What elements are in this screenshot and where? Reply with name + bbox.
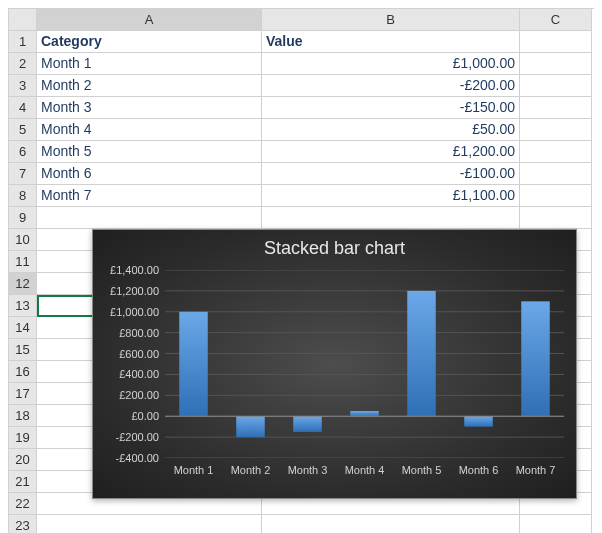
row-header[interactable]: 20 <box>9 449 37 471</box>
cell[interactable]: Category <box>37 31 262 53</box>
row-header[interactable]: 3 <box>9 75 37 97</box>
cell[interactable]: £1,100.00 <box>262 185 520 207</box>
row-header[interactable]: 1 <box>9 31 37 53</box>
y-tick-label: £0.00 <box>131 410 159 422</box>
cell[interactable]: Month 1 <box>37 53 262 75</box>
col-header-B[interactable]: B <box>262 9 520 31</box>
x-tick-label: Month 1 <box>165 458 222 484</box>
row-header[interactable]: 11 <box>9 251 37 273</box>
row-header[interactable]: 7 <box>9 163 37 185</box>
cell[interactable]: -£200.00 <box>262 75 520 97</box>
y-tick-label: -£200.00 <box>116 431 159 443</box>
cell[interactable]: Month 6 <box>37 163 262 185</box>
cell[interactable] <box>520 119 592 141</box>
cell[interactable]: Month 2 <box>37 75 262 97</box>
cell[interactable]: £50.00 <box>262 119 520 141</box>
cell[interactable] <box>520 185 592 207</box>
cell[interactable] <box>262 207 520 229</box>
cell[interactable] <box>37 207 262 229</box>
cell[interactable]: £1,200.00 <box>262 141 520 163</box>
row-header[interactable]: 4 <box>9 97 37 119</box>
cell[interactable] <box>520 163 592 185</box>
cell[interactable] <box>520 31 592 53</box>
row-header[interactable]: 5 <box>9 119 37 141</box>
row-header[interactable]: 17 <box>9 383 37 405</box>
chart-bar <box>521 301 550 416</box>
embedded-chart[interactable]: Stacked bar chart £1,400.00£1,200.00£1,0… <box>92 229 577 499</box>
row-header[interactable]: 23 <box>9 515 37 533</box>
chart-y-axis: £1,400.00£1,200.00£1,000.00£800.00£600.0… <box>93 270 163 458</box>
x-tick-label: Month 6 <box>450 458 507 484</box>
cell[interactable]: Month 5 <box>37 141 262 163</box>
y-tick-label: £200.00 <box>119 389 159 401</box>
chart-bar <box>293 416 322 432</box>
x-tick-label: Month 4 <box>336 458 393 484</box>
x-tick-label: Month 7 <box>507 458 564 484</box>
y-tick-label: £800.00 <box>119 327 159 339</box>
cell[interactable]: Value <box>262 31 520 53</box>
row-header[interactable]: 10 <box>9 229 37 251</box>
cell[interactable] <box>520 141 592 163</box>
chart-plot-area <box>165 270 564 458</box>
row-header[interactable]: 22 <box>9 493 37 515</box>
y-tick-label: £1,200.00 <box>110 285 159 297</box>
row-header[interactable]: 15 <box>9 339 37 361</box>
row-header[interactable]: 14 <box>9 317 37 339</box>
y-tick-label: £400.00 <box>119 368 159 380</box>
cell[interactable]: Month 4 <box>37 119 262 141</box>
chart-bar <box>407 291 436 416</box>
cell[interactable] <box>520 515 592 533</box>
row-header[interactable]: 18 <box>9 405 37 427</box>
row-header[interactable]: 2 <box>9 53 37 75</box>
x-tick-label: Month 2 <box>222 458 279 484</box>
x-tick-label: Month 5 <box>393 458 450 484</box>
row-header[interactable]: 21 <box>9 471 37 493</box>
cell[interactable] <box>37 515 262 533</box>
chart-bar <box>179 312 208 416</box>
cell[interactable]: £1,000.00 <box>262 53 520 75</box>
chart-bar <box>464 416 493 426</box>
cell[interactable]: Month 3 <box>37 97 262 119</box>
row-header[interactable]: 9 <box>9 207 37 229</box>
col-header-C[interactable]: C <box>520 9 592 31</box>
col-header-A[interactable]: A <box>37 9 262 31</box>
cell[interactable] <box>520 97 592 119</box>
y-tick-label: -£400.00 <box>116 452 159 464</box>
cell[interactable]: -£100.00 <box>262 163 520 185</box>
chart-bar <box>236 416 265 437</box>
x-tick-label: Month 3 <box>279 458 336 484</box>
row-header[interactable]: 8 <box>9 185 37 207</box>
select-all-corner[interactable] <box>9 9 37 31</box>
cell[interactable] <box>262 515 520 533</box>
row-header[interactable]: 6 <box>9 141 37 163</box>
y-tick-label: £600.00 <box>119 348 159 360</box>
y-tick-label: £1,000.00 <box>110 306 159 318</box>
cell[interactable] <box>520 53 592 75</box>
chart-bar <box>350 411 379 416</box>
row-header[interactable]: 13 <box>9 295 37 317</box>
cell[interactable] <box>520 75 592 97</box>
row-header[interactable]: 12 <box>9 273 37 295</box>
chart-title: Stacked bar chart <box>93 230 576 261</box>
chart-x-axis: Month 1Month 2Month 3Month 4Month 5Month… <box>165 458 564 484</box>
y-tick-label: £1,400.00 <box>110 264 159 276</box>
cell[interactable]: -£150.00 <box>262 97 520 119</box>
row-header[interactable]: 16 <box>9 361 37 383</box>
cell[interactable]: Month 7 <box>37 185 262 207</box>
row-header[interactable]: 19 <box>9 427 37 449</box>
cell[interactable] <box>520 207 592 229</box>
